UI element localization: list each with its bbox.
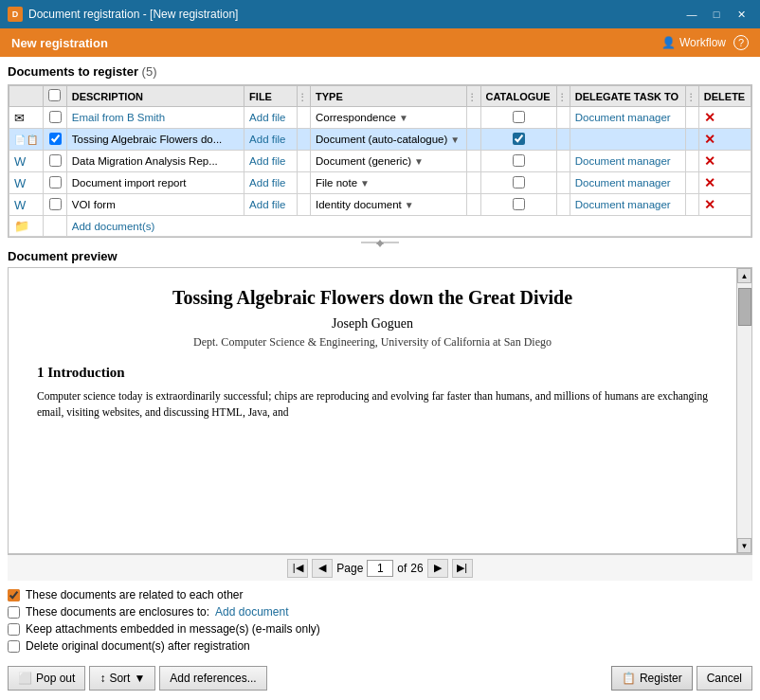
word-icon: W bbox=[14, 154, 26, 169]
add-references-button[interactable]: Add references... bbox=[159, 666, 266, 691]
table-row: W VOI form Add file Identity document ▼ bbox=[9, 194, 751, 216]
paper-affiliation: Dept. Computer Science & Engineering, Un… bbox=[37, 335, 708, 350]
delete-button[interactable]: ✕ bbox=[704, 175, 715, 190]
documents-table: DESCRIPTION FILE ⋮ TYPE ⋮ CATALOGUE ⋮ DE… bbox=[9, 85, 751, 237]
th-delegate: DELEGATE TASK TO bbox=[570, 86, 685, 107]
preview-scrollbar[interactable]: ▲ ▼ bbox=[736, 268, 751, 553]
add-file-link[interactable]: Add file bbox=[249, 134, 285, 145]
window-title: Document registration - [New registratio… bbox=[28, 8, 238, 21]
registration-label: New registration bbox=[11, 36, 108, 50]
enclosures-checkbox[interactable] bbox=[8, 606, 20, 619]
table-row: W Document import report Add file File n… bbox=[9, 172, 751, 194]
th-file-resize[interactable]: ⋮ bbox=[297, 86, 310, 107]
option-related: These documents are related to each othe… bbox=[8, 588, 752, 601]
options-section: These documents are related to each othe… bbox=[8, 581, 752, 660]
workflow-button[interactable]: 👤 Workflow ? bbox=[661, 35, 749, 50]
type-dropdown-arrow[interactable]: ▼ bbox=[360, 178, 370, 188]
paper-section: 1 Introduction bbox=[37, 365, 708, 381]
doc-icon: 📄 bbox=[14, 135, 26, 145]
cancel-label: Cancel bbox=[707, 672, 742, 685]
add-file-link[interactable]: Add file bbox=[249, 177, 285, 188]
catalogue-checkbox[interactable] bbox=[513, 133, 525, 145]
sort-button[interactable]: ↕ Sort ▼ bbox=[89, 666, 155, 691]
type-dropdown-arrow[interactable]: ▼ bbox=[405, 200, 414, 210]
row-delete: ✕ bbox=[698, 151, 751, 172]
type-dropdown-arrow[interactable]: ▼ bbox=[399, 113, 408, 123]
row-checkbox[interactable] bbox=[49, 176, 62, 188]
pop-out-button[interactable]: ⬜ Pop out bbox=[8, 666, 85, 691]
scrollbar-thumb[interactable] bbox=[738, 288, 751, 326]
add-document-enclosure-link[interactable]: Add document bbox=[215, 605, 288, 619]
scrollbar-up-button[interactable]: ▲ bbox=[737, 268, 751, 283]
page-input[interactable] bbox=[367, 560, 393, 577]
pop-out-icon: ⬜ bbox=[18, 672, 32, 685]
th-check bbox=[44, 86, 66, 107]
delete-button[interactable]: ✕ bbox=[704, 110, 715, 125]
catalogue-checkbox[interactable] bbox=[513, 176, 525, 188]
row-file: Add file bbox=[244, 129, 298, 151]
delete-original-checkbox[interactable] bbox=[8, 640, 20, 653]
type-dropdown-arrow[interactable]: ▼ bbox=[414, 156, 424, 167]
scrollbar-down-button[interactable]: ▼ bbox=[737, 538, 751, 553]
pop-out-label: Pop out bbox=[36, 672, 75, 685]
row-catalogue-resize bbox=[556, 107, 570, 129]
sort-icon: ↕ bbox=[100, 672, 105, 685]
row-type: Correspondence ▼ bbox=[310, 107, 466, 129]
last-page-button[interactable]: ▶| bbox=[452, 559, 473, 578]
first-page-button[interactable]: |◀ bbox=[287, 559, 308, 578]
catalogue-checkbox[interactable] bbox=[513, 154, 525, 167]
register-button[interactable]: 📋 Register bbox=[611, 666, 693, 691]
prev-page-button[interactable]: ◀ bbox=[312, 559, 333, 578]
row-delete: ✕ bbox=[698, 129, 751, 151]
delete-button[interactable]: ✕ bbox=[704, 197, 715, 212]
workflow-label: Workflow bbox=[679, 36, 726, 49]
row-checkbox[interactable] bbox=[49, 111, 62, 123]
maximize-button[interactable]: □ bbox=[705, 5, 728, 24]
th-catalogue: CATALOGUE bbox=[480, 86, 556, 107]
row-catalogue bbox=[480, 172, 556, 194]
documents-section: Documents to register (5) DESCRIPTION FI… bbox=[8, 64, 752, 238]
row-delegate-resize bbox=[685, 107, 698, 129]
row-delete: ✕ bbox=[698, 172, 751, 194]
resizer-bar[interactable] bbox=[8, 238, 752, 249]
doc-icon2: 📋 bbox=[27, 135, 38, 145]
row-delegate: Document manager bbox=[570, 151, 685, 172]
row-checkbox[interactable] bbox=[49, 133, 62, 145]
preview-content: Tossing Algebraic Flowers down the Great… bbox=[9, 268, 736, 553]
delete-button[interactable]: ✕ bbox=[704, 153, 715, 169]
related-checkbox[interactable] bbox=[8, 589, 20, 601]
row-icon-cell: 📄 📋 bbox=[9, 129, 44, 151]
catalogue-checkbox[interactable] bbox=[513, 198, 525, 210]
close-button[interactable]: ✕ bbox=[730, 5, 752, 24]
add-file-link[interactable]: Add file bbox=[249, 112, 285, 123]
cancel-button[interactable]: Cancel bbox=[697, 666, 752, 691]
add-document-link[interactable]: Add document(s) bbox=[72, 221, 155, 232]
row-type: Document (auto-catalogue) ▼ bbox=[310, 129, 466, 151]
next-page-button[interactable]: ▶ bbox=[427, 559, 448, 578]
add-document-row: 📁 Add document(s) bbox=[9, 216, 751, 237]
table-header-row: DESCRIPTION FILE ⋮ TYPE ⋮ CATALOGUE ⋮ DE… bbox=[9, 86, 751, 107]
word-icon: W bbox=[14, 198, 26, 212]
row-catalogue bbox=[480, 194, 556, 216]
row-delete: ✕ bbox=[698, 107, 751, 129]
select-all-checkbox[interactable] bbox=[48, 89, 61, 101]
th-icon bbox=[9, 86, 44, 107]
row-file-resize bbox=[297, 172, 310, 194]
catalogue-checkbox[interactable] bbox=[513, 111, 525, 123]
registration-bar: New registration 👤 Workflow ? bbox=[0, 28, 760, 57]
row-catalogue bbox=[480, 151, 556, 172]
row-checkbox[interactable] bbox=[49, 198, 62, 210]
app-icon: D bbox=[8, 7, 23, 22]
type-dropdown-arrow[interactable]: ▼ bbox=[450, 135, 460, 145]
main-content: Documents to register (5) DESCRIPTION FI… bbox=[0, 57, 760, 700]
attachments-checkbox[interactable] bbox=[8, 623, 20, 636]
th-catalogue-resize[interactable]: ⋮ bbox=[556, 86, 570, 107]
add-file-link[interactable]: Add file bbox=[249, 155, 285, 167]
row-checkbox[interactable] bbox=[49, 154, 62, 167]
th-delegate-resize[interactable]: ⋮ bbox=[685, 86, 698, 107]
th-type-resize[interactable]: ⋮ bbox=[467, 86, 480, 107]
delete-button[interactable]: ✕ bbox=[704, 132, 715, 147]
minimize-button[interactable]: — bbox=[680, 5, 703, 24]
row-type-resize bbox=[467, 172, 480, 194]
add-file-link[interactable]: Add file bbox=[249, 199, 285, 210]
